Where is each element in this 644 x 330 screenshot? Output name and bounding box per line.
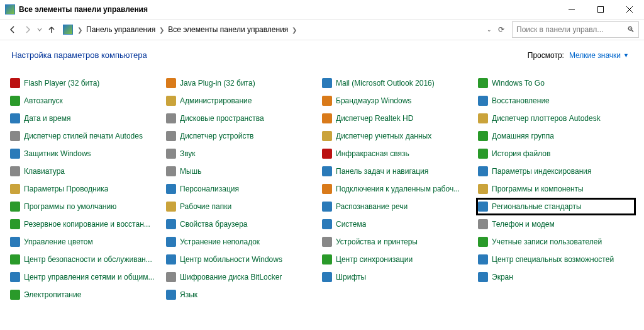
recent-locations-button[interactable] [35,22,44,37]
item-icon [166,131,176,141]
control-panel-item[interactable]: Центр специальных возможностей [478,253,634,266]
search-placeholder: Поиск в панели управл... [516,25,603,34]
breadcrumb-current[interactable]: Все элементы панели управления [166,25,290,34]
control-panel-item[interactable]: Телефон и модем [478,217,634,231]
breadcrumb-sep-icon: ❯ [290,26,299,33]
control-panel-item[interactable]: Язык [166,288,322,302]
item-label: Программы и компоненты [492,185,584,193]
item-label: Устройства и принтеры [336,237,418,246]
control-panel-item[interactable]: Распознавание речи [322,200,478,213]
control-panel-item[interactable]: Персонализация [166,182,322,196]
item-icon [10,290,20,300]
item-label: Центр мобильности Windows [180,255,282,264]
control-panel-item[interactable]: Дисковые пространства [166,111,322,125]
item-label: Брандмауэр Windows [336,96,411,105]
control-panel-item[interactable]: Мышь [166,164,322,178]
item-label: Электропитание [24,290,81,299]
item-label: Автозапуск [24,96,63,105]
item-icon [478,272,488,282]
item-label: Параметры Проводника [24,185,108,193]
control-panel-item[interactable]: Параметры индексирования [478,164,634,178]
item-label: Телефон и модем [492,220,555,229]
control-panel-item[interactable]: Центр управления сетями и общим... [10,270,166,284]
control-panel-item[interactable]: История файлов [478,147,634,161]
item-label: Панель задач и навигация [336,167,428,176]
control-panel-item[interactable]: Региональные стандарты [478,200,634,213]
control-panel-item[interactable]: Диспетчер учетных данных [322,129,478,143]
control-panel-item[interactable]: Программы и компоненты [478,182,634,196]
control-panel-item[interactable]: Автозапуск [10,94,166,108]
maximize-button[interactable] [586,0,615,19]
control-panel-item[interactable]: Java Plug-in (32 бита) [166,76,322,90]
item-label: Диспетчер плоттеров Autodesk [492,114,601,123]
control-panel-item[interactable]: Шифрование диска BitLocker [166,270,322,284]
item-label: Управление цветом [24,237,93,246]
control-panel-item[interactable]: Диспетчер устройств [166,129,322,143]
refresh-icon[interactable]: ⟳ [498,25,504,34]
item-label: Диспетчер учетных данных [336,132,431,140]
window-title: Все элементы панели управления [19,5,148,14]
control-panel-item[interactable]: Диспетчер Realtek HD [322,111,478,125]
control-panel-item[interactable]: Шрифты [322,270,478,284]
control-panel-item[interactable]: Панель задач и навигация [322,164,478,178]
control-panel-item[interactable]: Управление цветом [10,235,166,249]
control-panel-item[interactable]: Подключения к удаленным рабоч... [322,182,478,196]
item-icon [478,184,488,194]
address-bar[interactable]: ❯ Панель управления ❯ Все элементы панел… [63,22,508,37]
control-panel-item[interactable]: Защитник Windows [10,147,166,161]
control-panel-item[interactable]: Устройства и принтеры [322,235,478,249]
control-panel-icon [5,4,15,14]
control-panel-item[interactable]: Устранение неполадок [166,235,322,249]
address-dropdown-icon[interactable]: ⌄ [487,26,492,33]
item-label: Система [336,220,366,229]
item-icon [166,184,176,194]
control-panel-item[interactable]: Windows To Go [478,76,634,90]
control-panel-item[interactable]: Брандмауэр Windows [322,94,478,108]
control-panel-item[interactable]: Параметры Проводника [10,182,166,196]
item-icon [322,131,332,141]
view-label: Просмотр: [528,51,564,60]
breadcrumb-root[interactable]: Панель управления [84,25,157,34]
item-icon [478,113,488,123]
item-label: Flash Player (32 бита) [24,79,99,88]
back-button[interactable] [5,22,20,37]
control-panel-item[interactable]: Центр синхронизации [322,253,478,266]
item-label: Защитник Windows [24,149,91,158]
minimize-button[interactable] [557,0,586,19]
control-panel-item[interactable]: Клавиатура [10,164,166,178]
control-panel-item[interactable]: Резервное копирование и восстан... [10,217,166,231]
control-panel-item[interactable]: Mail (Microsoft Outlook 2016) [322,76,478,90]
control-panel-item[interactable]: Свойства браузера [166,217,322,231]
control-panel-item[interactable]: Учетные записи пользователей [478,235,634,249]
control-panel-item[interactable]: Рабочие папки [166,200,322,213]
control-panel-item[interactable]: Flash Player (32 бита) [10,76,166,90]
control-panel-item[interactable]: Экран [478,270,634,284]
breadcrumb-sep-icon: ❯ [157,26,166,33]
forward-button[interactable] [20,22,35,37]
item-label: Диспетчер стилей печати Autodes [24,132,143,140]
control-panel-item[interactable]: Электропитание [10,288,166,302]
control-panel-item[interactable]: Диспетчер плоттеров Autodesk [478,111,634,125]
control-panel-item[interactable]: Дата и время [10,111,166,125]
up-button[interactable] [44,22,59,37]
control-panel-item[interactable]: Домашняя группа [478,129,634,143]
item-icon [10,96,20,106]
control-panel-item[interactable]: Администрирование [166,94,322,108]
control-panel-item[interactable]: Программы по умолчанию [10,200,166,213]
item-icon [322,96,332,106]
control-panel-item[interactable]: Восстановление [478,94,634,108]
item-label: Рабочие папки [180,202,231,211]
search-input[interactable]: Поиск в панели управл... 🔍︎ [512,21,639,38]
page-title: Настройка параметров компьютера [11,50,147,60]
item-icon [322,113,332,123]
close-button[interactable] [615,0,644,19]
control-panel-item[interactable]: Центр безопасности и обслуживан... [10,253,166,266]
control-panel-item[interactable]: Звук [166,147,322,161]
control-panel-item[interactable]: Диспетчер стилей печати Autodes [10,129,166,143]
item-icon [10,272,20,282]
control-panel-item[interactable]: Центр мобильности Windows [166,253,322,266]
control-panel-item[interactable]: Инфракрасная связь [322,147,478,161]
control-panel-item[interactable]: Система [322,217,478,231]
view-selector[interactable]: Мелкие значки ▼ [569,51,629,60]
address-control-panel-icon [63,25,73,35]
